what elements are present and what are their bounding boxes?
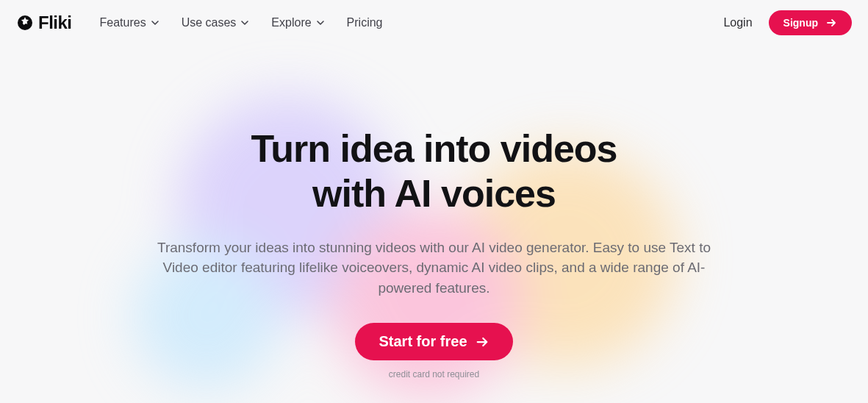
arrow-right-icon <box>475 335 489 349</box>
top-nav: Fliki Features Use cases Explore Pricing… <box>0 0 868 46</box>
hero-title-line1: Turn idea into videos <box>251 127 617 170</box>
nav-features[interactable]: Features <box>100 16 159 29</box>
login-link[interactable]: Login <box>723 16 752 29</box>
chevron-down-icon <box>316 18 325 27</box>
nav-pricing[interactable]: Pricing <box>347 16 383 29</box>
nav-label: Pricing <box>347 16 383 29</box>
brand-logo[interactable]: Fliki <box>16 13 72 33</box>
nav-label: Use cases <box>182 16 237 29</box>
cta-note: credit card not required <box>0 369 868 379</box>
login-label: Login <box>723 16 752 29</box>
nav-explore[interactable]: Explore <box>271 16 324 29</box>
start-for-free-button[interactable]: Start for free <box>355 323 512 360</box>
hero-section: Turn idea into videos with AI voices Tra… <box>0 126 868 379</box>
hero-title-line2: with AI voices <box>312 172 556 215</box>
primary-nav: Features Use cases Explore Pricing <box>100 16 383 29</box>
arrow-right-icon <box>825 17 837 29</box>
brand-logo-icon <box>16 14 34 32</box>
nav-label: Explore <box>271 16 311 29</box>
hero-title: Turn idea into videos with AI voices <box>0 126 868 217</box>
nav-use-cases[interactable]: Use cases <box>182 16 250 29</box>
brand-name: Fliki <box>38 13 72 33</box>
chevron-down-icon <box>151 18 159 27</box>
hero-subtitle: Transform your ideas into stunning video… <box>155 238 714 299</box>
signup-button[interactable]: Signup <box>769 10 852 35</box>
chevron-down-icon <box>240 18 249 27</box>
cta-label: Start for free <box>379 333 467 350</box>
signup-label: Signup <box>783 17 818 29</box>
nav-label: Features <box>100 16 146 29</box>
